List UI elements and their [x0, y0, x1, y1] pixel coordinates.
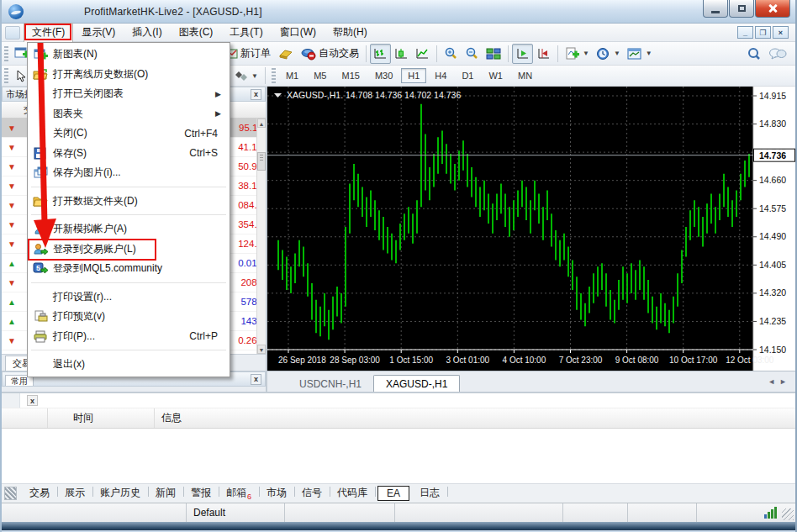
menubar-item[interactable]: 帮助(H)	[325, 23, 376, 42]
scroll-down-icon[interactable]: ▼	[257, 345, 266, 354]
timeframe-button-h4[interactable]: H4	[428, 68, 453, 83]
save-picture-icon	[28, 166, 53, 179]
svg-text:14.150: 14.150	[759, 345, 786, 355]
file-menu-item[interactable]: 打印设置(r)...	[28, 287, 230, 308]
auto-scroll-icon	[515, 47, 530, 61]
tile-windows-button[interactable]	[483, 44, 504, 64]
file-menu-item[interactable]: 打开数据文件夹(D)	[28, 192, 230, 212]
metaeditor-button[interactable]	[274, 44, 298, 64]
navigator-close-icon[interactable]: x	[251, 374, 261, 385]
menubar-item[interactable]: 插入(I)	[124, 23, 170, 42]
print-preview-icon	[28, 310, 53, 323]
terminal-tab[interactable]: 展示	[57, 484, 92, 502]
style-tool-button[interactable]: ▼	[231, 66, 261, 86]
periods-dropdown-arrow[interactable]: ▼	[614, 50, 620, 57]
terminal-grip[interactable]	[2, 393, 20, 408]
templates-dropdown-arrow[interactable]: ▼	[646, 50, 652, 57]
file-menu-item[interactable]: 保存为图片(i)...	[28, 163, 230, 183]
file-menu-item-label: 登录到MQL5.community	[53, 261, 230, 276]
terminal-tab[interactable]: 警报	[183, 484, 219, 502]
timeframe-button-m1[interactable]: M1	[279, 68, 305, 83]
scroll-up-icon[interactable]: ▲	[257, 119, 266, 128]
style-dropdown-arrow[interactable]: ▼	[251, 72, 258, 80]
file-menu-item[interactable]: 开新模拟帐户(A)	[28, 219, 230, 240]
timeframe-button-mn[interactable]: MN	[511, 68, 539, 83]
resize-grip[interactable]	[782, 508, 794, 520]
toolbar-grip-2[interactable]	[4, 68, 8, 83]
zoom-in-icon	[444, 47, 458, 61]
tab-scroll-arrows-icon[interactable]: ◄ ►	[768, 377, 787, 386]
terminal-tab[interactable]: 账户历史	[92, 484, 148, 502]
search-button[interactable]	[743, 44, 765, 64]
file-menu-item[interactable]: 打开离线历史数据(O)	[28, 65, 230, 85]
periods-button[interactable]: ▼	[593, 44, 624, 64]
bar-chart-mode-button[interactable]	[370, 44, 391, 64]
timeframe-button-h1[interactable]: H1	[401, 68, 426, 83]
chart-shift-button[interactable]	[533, 44, 554, 64]
file-menu-item[interactable]: 退出(x)	[28, 355, 230, 375]
submenu-arrow-icon: ▶	[215, 109, 230, 118]
terminal-tab[interactable]: 代码库	[330, 484, 375, 502]
chart-tab[interactable]: USDCNH-,H1	[288, 376, 373, 392]
timeframe-button-d1[interactable]: D1	[455, 68, 480, 83]
market-watch-close-icon[interactable]: x	[251, 89, 261, 100]
file-menu-item[interactable]: 新图表(N)	[28, 45, 230, 65]
close-button[interactable]	[755, 0, 790, 18]
auto-scroll-button[interactable]	[512, 44, 533, 64]
mdi-minimize-button[interactable]: _	[737, 26, 753, 39]
indicators-button[interactable]: ▼	[562, 44, 593, 64]
file-menu-item-label: 保存(S)	[53, 146, 189, 161]
chart-tab[interactable]: XAGUSD-,H1	[373, 375, 460, 392]
menubar-item[interactable]: 文件(F)	[24, 23, 73, 42]
zoom-out-button[interactable]	[462, 44, 483, 64]
terminal-tab[interactable]: EA	[377, 486, 409, 501]
status-profile[interactable]: Default	[187, 503, 285, 522]
scrollbar-thumb[interactable]	[257, 152, 266, 171]
autotrade-button[interactable]: 自动交易	[298, 44, 362, 64]
timeframe-button-m30[interactable]: M30	[368, 68, 399, 83]
terminal-close-icon[interactable]: x	[27, 395, 38, 406]
menubar-item[interactable]: 工具(T)	[221, 23, 271, 42]
time-column-header[interactable]: 时间	[48, 408, 155, 428]
terminal-tab[interactable]: 邮箱6	[219, 484, 259, 502]
file-menu-item[interactable]: 5登录到MQL5.community	[28, 259, 230, 279]
timeframe-button-w1[interactable]: W1	[482, 68, 509, 83]
file-menu-item[interactable]: 打印(P)...Ctrl+P	[28, 327, 230, 347]
restore-button[interactable]	[729, 0, 754, 18]
file-menu-item[interactable]: 图表夹▶	[28, 104, 230, 124]
application-window: ProfitMarketHK-Live2 - [XAGUSD-,H1] 文件(F…	[0, 0, 797, 532]
community-chat-button[interactable]	[765, 44, 790, 64]
zoom-in-button[interactable]	[441, 44, 462, 64]
file-menu-item[interactable]: 登录到交易账户(L)	[28, 240, 230, 260]
market-watch-scrollbar[interactable]: ▲ ▼	[256, 119, 266, 354]
xagusd-chart-canvas[interactable]: 14.91514.83014.74514.66014.57514.49014.4…	[267, 87, 795, 371]
terminal-tab[interactable]: 信号	[294, 484, 330, 502]
templates-button[interactable]: ▼	[624, 44, 656, 64]
price-chart[interactable]: 14.91514.83014.74514.66014.57514.49014.4…	[267, 87, 795, 371]
menubar-item[interactable]: 显示(V)	[73, 23, 124, 42]
down-arrow-icon: ▼	[2, 336, 22, 345]
terminal-tabs: 交易展示账户历史新闻警报邮箱6市场信号代码库EA日志	[2, 483, 795, 503]
terminal-tab[interactable]: 日志	[412, 484, 447, 502]
file-menu-item[interactable]: 打开已关闭图表▶	[28, 84, 230, 104]
timeframe-grip[interactable]	[272, 68, 276, 83]
file-menu-item[interactable]: 保存(S)Ctrl+S	[28, 144, 230, 164]
down-arrow-icon: ▼	[2, 182, 22, 191]
mdi-restore-button[interactable]: ❐	[755, 26, 771, 39]
mdi-close-button[interactable]: ×	[773, 26, 789, 39]
indicators-dropdown-arrow[interactable]: ▼	[583, 50, 589, 57]
menubar-item[interactable]: 窗口(W)	[272, 23, 325, 42]
timeframe-button-m5[interactable]: M5	[307, 68, 333, 83]
file-menu-item[interactable]: 关闭(C)Ctrl+F4	[28, 124, 230, 144]
message-column-header[interactable]: 信息	[155, 408, 795, 428]
terminal-tab[interactable]: 市场	[259, 484, 294, 502]
timeframe-button-m15[interactable]: M15	[335, 68, 366, 83]
line-chart-mode-button[interactable]	[412, 44, 433, 64]
toolbar-grip[interactable]	[4, 46, 8, 61]
menubar-item[interactable]: 图表(C)	[171, 23, 222, 42]
file-menu-item[interactable]: 打印预览(v)	[28, 307, 230, 327]
terminal-tab[interactable]: 交易	[22, 484, 57, 502]
terminal-tab[interactable]: 新闻	[148, 484, 183, 502]
minimize-button[interactable]	[703, 0, 728, 18]
candlestick-mode-button[interactable]	[391, 44, 412, 64]
